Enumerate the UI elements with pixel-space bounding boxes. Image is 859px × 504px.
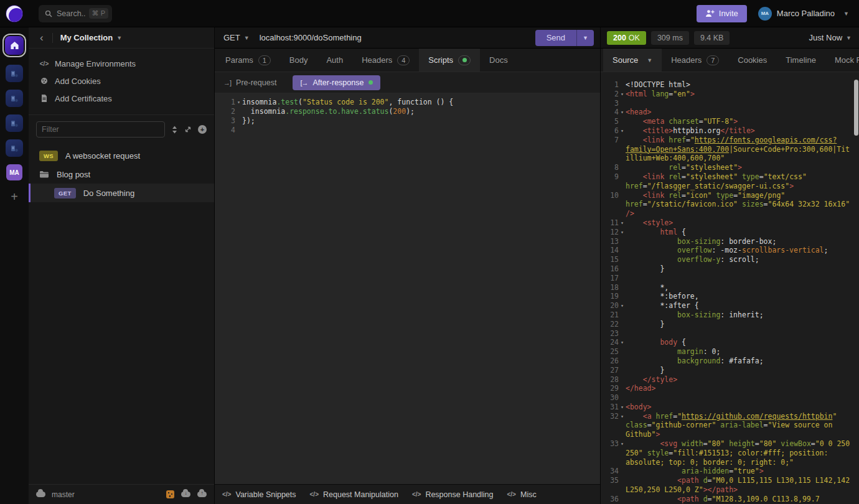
fold-caret[interactable] xyxy=(619,476,626,495)
request-row[interactable]: GET Do Something xyxy=(29,184,214,202)
collection-chevron-icon[interactable]: ▼ xyxy=(116,35,122,41)
response-history-dropdown[interactable]: Just Now ▼ xyxy=(809,33,852,42)
fold-caret[interactable] xyxy=(619,274,626,283)
response-body-viewer[interactable]: 1 <!DOCTYPE html> 2▾ <html lang="en"> 3 … xyxy=(601,72,859,504)
vertical-scrollbar[interactable] xyxy=(854,80,858,136)
request-tab[interactable]: Auth xyxy=(317,49,352,72)
fold-caret[interactable] xyxy=(619,329,626,338)
fold-caret[interactable] xyxy=(619,357,626,366)
workspace-icon[interactable] xyxy=(6,114,23,132)
fold-caret[interactable] xyxy=(619,163,626,172)
response-tab[interactable]: Source ▼ xyxy=(603,49,662,72)
script-subtab[interactable]: →] Pre-request xyxy=(223,78,276,87)
response-line: 19 *:before, xyxy=(601,292,859,301)
fold-caret[interactable] xyxy=(619,375,626,385)
back-button[interactable]: ‹ xyxy=(36,32,47,44)
request-tab[interactable]: Headers 4 xyxy=(352,49,419,72)
snippet-menu-item[interactable]: </> Response Handling xyxy=(412,490,494,499)
request-tab[interactable]: Body xyxy=(280,49,317,72)
editor-line: 2 insomnia.response.to.have.status(200); xyxy=(215,107,600,116)
response-tab[interactable]: Timeline xyxy=(776,49,825,72)
fold-caret[interactable]: ▾ xyxy=(619,301,626,310)
fold-caret[interactable] xyxy=(619,310,626,320)
fold-caret[interactable] xyxy=(619,237,626,246)
response-tab[interactable]: Mock Res xyxy=(825,49,859,72)
fold-caret[interactable] xyxy=(619,320,626,329)
manage-environments-item[interactable]: </> Manage Environments xyxy=(29,55,214,72)
workspace-icon[interactable] xyxy=(6,139,23,157)
fold-caret[interactable]: ▾ xyxy=(619,108,626,117)
fold-caret[interactable]: ▾ xyxy=(619,338,626,347)
fold-caret[interactable] xyxy=(619,292,626,301)
response-tab[interactable]: Headers 7 xyxy=(662,49,728,72)
add-certificates-item[interactable]: Add Certificates xyxy=(29,90,214,107)
pull-icon[interactable]: ↓ xyxy=(181,492,190,497)
fold-caret[interactable] xyxy=(619,366,626,375)
filter-input[interactable] xyxy=(36,121,165,138)
fold-caret[interactable] xyxy=(619,255,626,264)
workspace-icon[interactable] xyxy=(6,65,23,82)
push-icon[interactable]: ↑ xyxy=(197,492,207,497)
add-cookies-item[interactable]: Add Cookies xyxy=(29,72,214,90)
add-request-button[interactable]: + xyxy=(198,125,207,134)
fold-caret[interactable] xyxy=(619,172,626,191)
invite-button[interactable]: Invite xyxy=(697,5,747,22)
fold-caret[interactable]: ▾ xyxy=(619,439,626,467)
fold-caret[interactable] xyxy=(619,393,626,403)
request-row[interactable]: WS A websocket request xyxy=(29,146,214,165)
response-line: 4▾ <head> xyxy=(601,108,859,117)
branch-name[interactable]: master xyxy=(52,490,161,499)
request-row[interactable]: Blog post xyxy=(29,165,214,184)
method-selector[interactable]: GET xyxy=(223,33,240,42)
fold-caret[interactable]: ▾ xyxy=(619,218,626,228)
fold-caret[interactable] xyxy=(619,467,626,476)
global-search[interactable]: Search.. ⌘ P xyxy=(39,5,112,22)
response-tab[interactable]: Cookies xyxy=(728,49,776,72)
snippet-menu-item[interactable]: </> Variable Snippets xyxy=(222,490,296,499)
fold-caret[interactable] xyxy=(619,264,626,274)
fold-caret[interactable] xyxy=(235,107,242,116)
after-response-script-editor[interactable]: 1▾ insomnia.test("Status code is 200", f… xyxy=(215,93,600,484)
fold-caret[interactable] xyxy=(619,246,626,255)
rail-avatar[interactable]: MA xyxy=(6,164,22,180)
fold-caret[interactable] xyxy=(619,283,626,292)
fold-caret[interactable] xyxy=(619,191,626,218)
expand-collapse-icon[interactable] xyxy=(184,126,192,133)
fold-caret[interactable] xyxy=(619,80,626,90)
fold-caret[interactable] xyxy=(619,347,626,357)
fold-caret[interactable]: ▾ xyxy=(619,126,626,136)
request-tab[interactable]: Scripts xyxy=(419,49,480,72)
url-input[interactable]: localhost:9000/doSomething xyxy=(260,33,535,42)
snippet-menu-item[interactable]: </> Request Manipulation xyxy=(310,490,398,499)
send-options-chevron[interactable]: ▼ xyxy=(576,30,594,46)
fold-caret[interactable] xyxy=(235,126,242,135)
snapshot-icon[interactable] xyxy=(166,490,174,498)
workspace-icon[interactable] xyxy=(6,90,23,107)
script-subtab[interactable]: [→ After-response xyxy=(293,75,380,90)
fold-caret[interactable] xyxy=(619,495,626,504)
response-line: 35 <path d="M0,0 L115,115 L130,115 L142,… xyxy=(601,476,859,495)
fold-caret[interactable] xyxy=(619,136,626,163)
request-tab[interactable]: Params 1 xyxy=(216,49,280,72)
collection-name[interactable]: My Collection xyxy=(60,33,113,42)
fold-caret[interactable] xyxy=(619,117,626,126)
send-button[interactable]: Send ▼ xyxy=(535,30,594,46)
fold-caret[interactable]: ▾ xyxy=(619,412,626,439)
user-menu[interactable]: MA Marco Palladino ▼ xyxy=(758,7,849,21)
fold-caret[interactable]: ▾ xyxy=(619,403,626,412)
method-chevron-icon[interactable]: ▼ xyxy=(244,35,250,41)
snippet-menu-item[interactable]: </> Misc xyxy=(507,490,537,499)
request-tab[interactable]: Docs xyxy=(480,49,517,72)
app-logo[interactable] xyxy=(0,6,29,22)
fold-caret[interactable]: ▾ xyxy=(235,98,242,107)
fold-caret[interactable]: ▾ xyxy=(619,90,626,99)
fold-caret[interactable] xyxy=(619,384,626,393)
add-workspace-button[interactable]: + xyxy=(11,190,18,203)
fold-caret[interactable]: ▾ xyxy=(619,228,626,237)
cloud-sync-icon[interactable] xyxy=(36,492,45,497)
home-button[interactable] xyxy=(5,36,24,55)
sort-icon[interactable] xyxy=(171,126,178,134)
response-status-bar: 200OK 309 ms 9.4 KB Just Now ▼ xyxy=(601,27,859,49)
fold-caret[interactable] xyxy=(619,99,626,108)
fold-caret[interactable] xyxy=(235,116,242,126)
